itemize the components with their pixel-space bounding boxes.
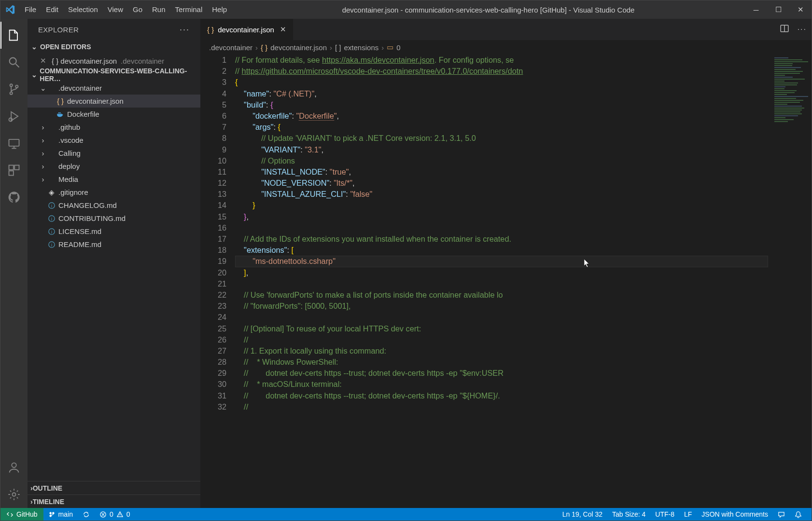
code-line[interactable]: { xyxy=(235,77,768,88)
extensions-icon[interactable] xyxy=(0,157,28,184)
code-line[interactable]: // * Windows PowerShell: xyxy=(235,356,768,368)
editor-tab[interactable]: { } devcontainer.json ✕ xyxy=(200,19,294,40)
sync-indicator[interactable] xyxy=(78,508,95,521)
line-number: 18 xyxy=(200,245,226,256)
menu-view[interactable]: View xyxy=(103,0,128,19)
code-line[interactable]: // dotnet dev-certs https --trust; dotne… xyxy=(235,368,768,379)
more-icon[interactable]: ··· xyxy=(180,25,190,35)
files-icon[interactable] xyxy=(0,22,28,49)
remote-icon[interactable] xyxy=(0,130,28,157)
code-line[interactable]: "INSTALL_NODE": "true", xyxy=(235,166,768,178)
code-line[interactable]: // xyxy=(235,334,768,345)
tree-folder[interactable]: ›Media xyxy=(28,173,200,186)
code-line[interactable]: // xyxy=(235,401,768,412)
problems-indicator[interactable]: 0 0 xyxy=(95,508,135,521)
eol[interactable]: LF xyxy=(679,508,697,521)
menu-terminal[interactable]: Terminal xyxy=(170,0,208,19)
workspace-section[interactable]: ⌄ COMMUNICATION-SERVICES-WEB-CALLING-HER… xyxy=(28,68,200,82)
svg-line-1 xyxy=(16,64,19,68)
language-mode[interactable]: JSON with Comments xyxy=(697,508,773,521)
code-line[interactable]: // Use 'forwardPorts' to make a list of … xyxy=(235,289,768,301)
code-line[interactable]: } xyxy=(235,200,768,211)
search-icon[interactable] xyxy=(0,49,28,76)
minimap[interactable] xyxy=(772,55,812,508)
code-line[interactable]: // dotnet dev-certs https --trust; dotne… xyxy=(235,390,768,401)
account-icon[interactable] xyxy=(0,454,28,481)
editor[interactable]: 1234567891011121314151617181920212223242… xyxy=(200,55,812,508)
menu-file[interactable]: File xyxy=(20,0,41,19)
code-line[interactable]: "VARIANT": "3.1", xyxy=(235,144,768,155)
code-line[interactable]: // * macOS/Linux terminal: xyxy=(235,379,768,390)
debug-icon[interactable] xyxy=(0,103,28,130)
tree-folder[interactable]: ›.github xyxy=(28,121,200,134)
tree-folder[interactable]: ›deploy xyxy=(28,160,200,173)
tree-folder[interactable]: ⌄.devcontainer xyxy=(28,82,200,95)
code-line[interactable]: }, xyxy=(235,211,768,222)
editor-content[interactable]: // For format details, see https://aka.m… xyxy=(235,55,812,508)
cursor-position[interactable]: Ln 19, Col 32 xyxy=(558,508,607,521)
code-line[interactable] xyxy=(235,312,768,323)
code-line[interactable]: // https://github.com/microsoft/vscode-d… xyxy=(235,66,768,77)
remote-indicator[interactable]: GitHub xyxy=(0,508,43,521)
breadcrumb-folder[interactable]: .devcontainer xyxy=(209,43,252,52)
tree-file[interactable]: iREADME.md xyxy=(28,238,200,251)
code-line[interactable] xyxy=(235,222,768,233)
line-number: 8 xyxy=(200,133,226,144)
code-line[interactable]: ], xyxy=(235,267,768,278)
tree-file[interactable]: ◈.gitignore xyxy=(28,186,200,199)
code-line[interactable]: // "forwardPorts": [5000, 5001], xyxy=(235,301,768,312)
code-line[interactable]: "build": { xyxy=(235,99,768,110)
code-line[interactable]: "dockerfile": "Dockerfile", xyxy=(235,110,768,122)
breadcrumb-index[interactable]: 0 xyxy=(396,43,400,52)
menu-go[interactable]: Go xyxy=(128,0,147,19)
code-line[interactable]: // Update 'VARIANT' to pick a .NET Core … xyxy=(235,133,768,144)
split-editor-icon[interactable] xyxy=(780,24,789,35)
menu-help[interactable]: Help xyxy=(207,0,232,19)
close-tab-icon[interactable]: ✕ xyxy=(280,25,286,34)
close-icon[interactable]: ✕ xyxy=(40,56,49,65)
breadcrumb[interactable]: .devcontainer › { } devcontainer.json › … xyxy=(200,40,812,55)
breadcrumb-file[interactable]: devcontainer.json xyxy=(270,43,327,52)
tree-file[interactable]: Dockerfile xyxy=(28,108,200,121)
encoding[interactable]: UTF-8 xyxy=(650,508,679,521)
json-file-icon: { } xyxy=(207,26,214,34)
open-editor-item[interactable]: ✕ { } devcontainer.json .devcontainer xyxy=(28,54,200,68)
code-line[interactable]: // [Optional] To reuse of your local HTT… xyxy=(235,323,768,334)
code-line[interactable] xyxy=(235,278,768,289)
tree-folder[interactable]: ›Calling xyxy=(28,147,200,160)
code-line[interactable]: "NODE_VERSION": "lts/*", xyxy=(235,178,768,189)
git-branch-icon[interactable] xyxy=(0,76,28,103)
menu-run[interactable]: Run xyxy=(147,0,170,19)
code-line[interactable]: "name": "C# (.NET)", xyxy=(235,88,768,99)
notifications-icon[interactable] xyxy=(790,508,807,521)
code-line[interactable]: "ms-dotnettools.csharp" xyxy=(235,256,768,267)
close-button[interactable]: ✕ xyxy=(789,0,812,19)
menu-selection[interactable]: Selection xyxy=(63,0,103,19)
code-line[interactable]: // For format details, see https://aka.m… xyxy=(235,55,768,66)
outline-section[interactable]: › OUTLINE xyxy=(28,481,200,494)
maximize-button[interactable]: ☐ xyxy=(767,0,789,19)
code-line[interactable]: // Add the IDs of extensions you want in… xyxy=(235,233,768,245)
timeline-section[interactable]: › TIMELINE xyxy=(28,494,200,508)
chevron-down-icon: ⌄ xyxy=(30,43,38,51)
github-icon[interactable] xyxy=(0,184,28,211)
tree-file[interactable]: iLICENSE.md xyxy=(28,225,200,238)
branch-indicator[interactable]: main xyxy=(43,508,78,521)
tree-file[interactable]: iCONTRIBUTING.md xyxy=(28,212,200,225)
code-line[interactable]: // 1. Export it locally using this comma… xyxy=(235,345,768,356)
tab-size[interactable]: Tab Size: 4 xyxy=(607,508,650,521)
code-line[interactable]: // Options xyxy=(235,155,768,166)
code-line[interactable]: "INSTALL_AZURE_CLI": "false" xyxy=(235,189,768,200)
breadcrumb-node[interactable]: extensions xyxy=(344,43,379,52)
tree-file[interactable]: { }devcontainer.json xyxy=(28,95,200,108)
tree-file[interactable]: iCHANGELOG.md xyxy=(28,199,200,212)
gear-icon[interactable] xyxy=(0,481,28,508)
feedback-icon[interactable] xyxy=(773,508,790,521)
minimize-button[interactable]: ─ xyxy=(745,0,767,19)
menu-edit[interactable]: Edit xyxy=(41,0,63,19)
code-line[interactable]: "extensions": [ xyxy=(235,245,768,256)
tree-folder[interactable]: ›.vscode xyxy=(28,134,200,147)
code-line[interactable]: "args": { xyxy=(235,122,768,133)
open-editors-section[interactable]: ⌄ OPEN EDITORS xyxy=(28,40,200,54)
more-icon[interactable]: ··· xyxy=(798,25,807,34)
